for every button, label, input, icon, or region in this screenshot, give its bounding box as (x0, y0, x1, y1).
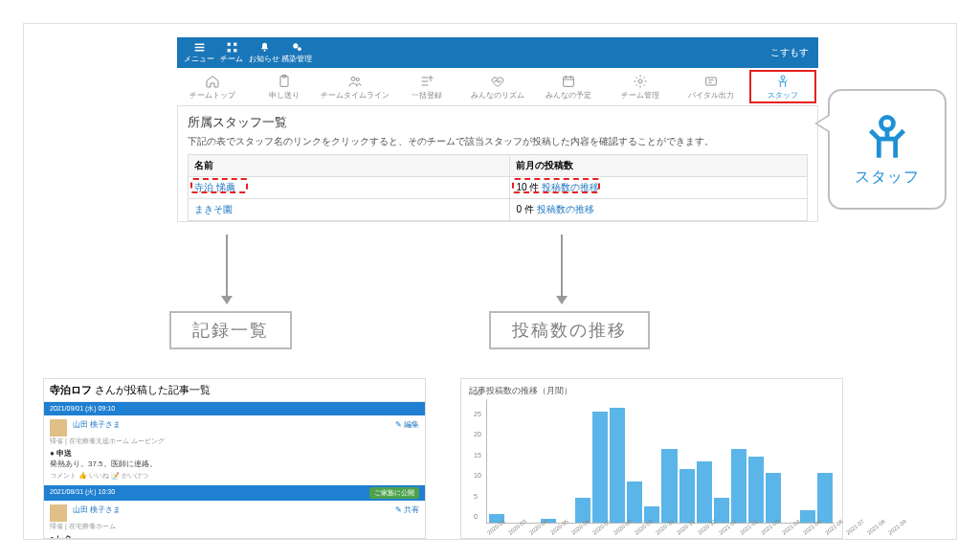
chart-bar (627, 482, 642, 523)
people-icon (347, 74, 363, 89)
svg-point-9 (351, 77, 355, 80)
page-outer: メニュー チーム お知らせ 感染管理 こすもす (23, 23, 957, 540)
app-frame: メニュー チーム お知らせ 感染管理 こすもす (177, 37, 818, 222)
user-name[interactable]: こすもす (770, 46, 813, 59)
menu-button[interactable]: メニュー (183, 41, 215, 64)
chart-bars (487, 399, 835, 523)
svg-rect-2 (227, 49, 230, 52)
chart-ytick: 5 (474, 492, 478, 499)
home-icon (205, 74, 220, 89)
entry-name[interactable]: 山田 桃子さま (73, 505, 121, 514)
nav-manage[interactable]: チーム管理 (605, 68, 676, 105)
chart-bar (800, 510, 815, 523)
menu-label: メニュー (184, 54, 214, 64)
person-icon (862, 112, 912, 162)
chart-ytick: 15 (474, 451, 481, 458)
staff-name-link[interactable]: まきそ園 (194, 204, 233, 214)
chart-xlabels: 2020-022020-032020-042020-052020-062020-… (486, 526, 835, 539)
chart-bar (575, 498, 590, 523)
date-text: 2021/09/01 (水) 09:10 (50, 404, 115, 414)
callout-label: スタッフ (855, 168, 920, 188)
callout-bubble: スタッフ (828, 89, 947, 210)
dashed-highlight (512, 178, 600, 193)
chart-ytick: 20 (474, 431, 481, 437)
gear-icon (291, 41, 303, 54)
chart-bar (817, 473, 833, 523)
svg-rect-1 (234, 43, 236, 46)
svg-point-6 (297, 47, 301, 51)
label-records: 記録一覧 (169, 311, 292, 349)
chart-bar (766, 473, 781, 523)
nav-timeline-label: チームタイムライン (321, 90, 390, 101)
records-staffname: 寺泊ロフ (50, 384, 92, 395)
notice-button[interactable]: お知らせ (248, 41, 280, 64)
team-label: チーム (220, 54, 243, 64)
chart-panel: 記事投稿数の推移（月間） 051015202530 2020-022020-03… (460, 378, 843, 539)
nav-transfer[interactable]: 申し送り (248, 68, 319, 105)
nav-staff[interactable]: スタッフ (747, 68, 818, 105)
nav-rhythm[interactable]: みんなのリズム (462, 68, 533, 105)
entry-name[interactable]: 山田 桃子さま (73, 420, 121, 429)
panel-title: 所属スタッフ一覧 (188, 114, 808, 131)
team-button[interactable]: チーム (215, 41, 248, 64)
label-trend: 投稿数の推移 (489, 311, 650, 349)
nav-teamtop[interactable]: チームトップ (177, 68, 248, 105)
entry-social[interactable]: コメント 👍 いいね 📝 かいけつ (50, 471, 419, 481)
svg-point-4 (263, 50, 265, 52)
nav-timeline[interactable]: チームタイムライン (320, 68, 390, 105)
hamburger-icon (193, 41, 206, 54)
chart-bar (748, 457, 764, 523)
date-bar: 2021/09/01 (水) 09:10 (44, 402, 425, 415)
date-bar: 2021/08/31 (火) 10:30 ご家族に公開 (44, 485, 425, 501)
col-name: 名前 (189, 155, 510, 177)
cog-icon (633, 74, 648, 89)
nav-manage-label: チーム管理 (621, 90, 659, 101)
infection-button[interactable]: 感染管理 (280, 41, 313, 64)
svg-point-10 (356, 78, 359, 80)
chart-plot: 051015202530 (486, 399, 835, 524)
svg-rect-0 (227, 43, 230, 46)
svg-point-15 (881, 117, 894, 129)
date-text: 2021/08/31 (火) 10:30 (50, 487, 115, 499)
table-row: 寺泊 悌薦 10 件 投稿数の推移 (189, 177, 808, 199)
entry-body: 発熱あり。37.5。医師に連絡。 (50, 459, 157, 468)
dashed-highlight (190, 178, 248, 193)
highlight-box (749, 70, 816, 103)
export-icon (703, 74, 719, 89)
edit-link[interactable]: ✎ 編集 (395, 419, 419, 430)
chart-bar (610, 408, 625, 523)
svg-rect-11 (564, 77, 574, 86)
records-heading-suffix: さんが投稿した記事一覧 (92, 384, 211, 395)
chart-ytick: 30 (474, 390, 481, 396)
record-entry[interactable]: 山田 桃子さま ✎ 編集 帰省 | 在宅療養支援ホーム ムービング ● 申送発熱… (44, 415, 425, 485)
chart-ytick: 0 (474, 513, 478, 520)
grid-icon (226, 41, 238, 54)
staff-callout: スタッフ (828, 89, 947, 210)
entry-meta: 帰省 | 在宅療養ホーム (50, 522, 419, 531)
entry-tag: ● レク (50, 534, 72, 539)
nav-schedule[interactable]: みんなの予定 (533, 68, 604, 105)
nav-transfer-label: 申し送り (269, 90, 300, 101)
entry-tag: ● 申送 (50, 449, 72, 458)
nav-vital-label: バイタル出力 (688, 90, 734, 101)
svg-point-5 (293, 43, 298, 48)
svg-point-12 (638, 79, 642, 83)
bell-icon (258, 41, 271, 54)
records-panel: 寺泊ロフ さんが投稿した記事一覧 2021/09/01 (水) 09:10 山田… (43, 378, 426, 539)
record-entry[interactable]: 山田 桃子さま ✎ 共有 帰省 | 在宅療養ホーム ● レク折り紙のレクを楽しま… (44, 501, 425, 539)
arrow-right (561, 235, 563, 303)
nav-batch-label: 一括登録 (412, 90, 442, 101)
edit-link[interactable]: ✎ 共有 (395, 504, 419, 515)
nav-rhythm-label: みんなのリズム (471, 90, 524, 101)
nav-vital[interactable]: バイタル出力 (676, 68, 746, 105)
staff-panel: 所属スタッフ一覧 下記の表でスタッフ名のリンクをクリックすると、そのチームで該当… (177, 106, 818, 222)
svg-rect-3 (234, 49, 236, 52)
nav-batch[interactable]: 一括登録 (390, 68, 461, 105)
batch-icon (419, 74, 434, 89)
trend-link[interactable]: 投稿数の推移 (537, 204, 594, 214)
chart-bar (661, 449, 677, 523)
heartbeat-icon (490, 74, 505, 89)
col-posts: 前月の投稿数 (510, 155, 808, 177)
avatar (50, 504, 67, 522)
chart-bar (697, 461, 712, 524)
